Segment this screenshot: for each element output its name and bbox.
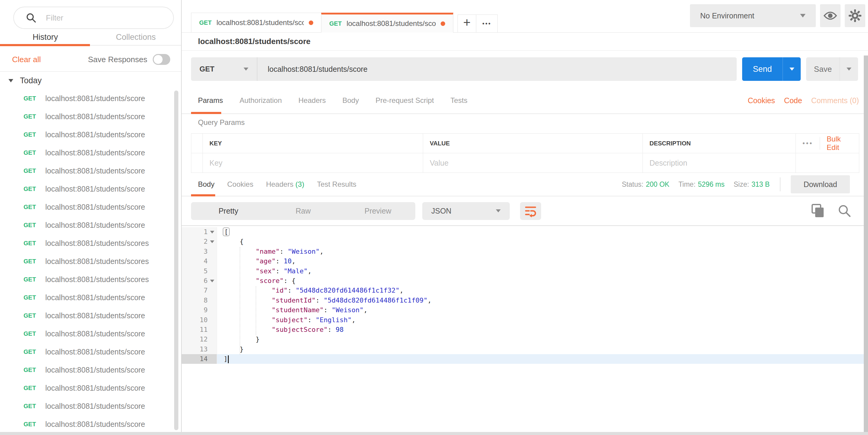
settings-button[interactable]: [845, 4, 865, 27]
history-item[interactable]: GETlocalhost:8081/students/score: [0, 143, 181, 162]
clear-all-link[interactable]: Clear all: [12, 55, 41, 64]
history-item[interactable]: GETlocalhost:8081/students/score: [0, 343, 181, 361]
line-number-gutter: 1: [182, 227, 217, 237]
horizontal-scrollbar[interactable]: [0, 432, 868, 435]
tab-params[interactable]: Params: [198, 96, 223, 105]
response-body-editor[interactable]: 1[2 {3 "name": "Weison",4 "age": 10,5 "s…: [182, 227, 868, 364]
fold-caret-icon[interactable]: [210, 231, 214, 233]
history-url: localhost:8081/students/score: [45, 329, 145, 338]
history-item[interactable]: GETlocalhost:8081/students/score: [0, 107, 181, 126]
environment-select[interactable]: No Environment: [690, 4, 816, 27]
collapse-caret-icon[interactable]: [8, 79, 13, 82]
key-input[interactable]: Key: [203, 153, 423, 172]
tab-history[interactable]: History: [0, 30, 91, 44]
history-item[interactable]: GETlocalhost:8081/students/score: [0, 397, 181, 415]
send-options-button[interactable]: [783, 57, 801, 81]
history-item[interactable]: GETlocalhost:8081/students/score: [0, 89, 181, 107]
more-options-icon[interactable]: •••: [803, 139, 820, 147]
new-tab-button[interactable]: +: [458, 14, 476, 33]
params-menu-cell: ••• Bulk Edit: [796, 134, 859, 153]
value-input[interactable]: Value: [423, 153, 643, 172]
history-item[interactable]: GETlocalhost:8081/students/score: [0, 289, 181, 306]
history-url: localhost:8081/students/scores: [45, 239, 149, 248]
view-raw[interactable]: Raw: [266, 202, 341, 220]
method-select[interactable]: GET: [191, 57, 257, 81]
format-select[interactable]: JSON: [422, 202, 510, 220]
url-input[interactable]: localhost:8081/students/score: [257, 57, 737, 81]
sidebar-scrollbar[interactable]: [174, 91, 178, 430]
search-response-icon[interactable]: [838, 204, 851, 218]
history-url: localhost:8081/students/score: [45, 94, 145, 103]
line-number: 14: [200, 354, 208, 364]
comments-link[interactable]: Comments (0): [811, 96, 859, 105]
filter-input[interactable]: Filter: [13, 7, 174, 29]
request-tab-1[interactable]: GET localhost:8081/students/scores: [191, 13, 321, 33]
history-item[interactable]: GETlocalhost:8081/students/score: [0, 415, 181, 433]
wrap-lines-button[interactable]: [520, 202, 541, 220]
history-group-today[interactable]: Today: [8, 75, 42, 86]
history-item[interactable]: GETlocalhost:8081/students/score: [0, 216, 181, 234]
save-responses-toggle[interactable]: [153, 54, 170, 65]
tab-response-headers[interactable]: Headers (3): [266, 180, 304, 189]
environment-quick-look-button[interactable]: [820, 4, 840, 27]
main-pane: GET localhost:8081/students/scores GET l…: [182, 0, 868, 435]
history-item[interactable]: GETlocalhost:8081/students/scores: [0, 234, 181, 252]
tab-response-cookies[interactable]: Cookies: [227, 180, 253, 189]
history-item[interactable]: GETlocalhost:8081/students/scores: [0, 252, 181, 270]
environment-value: No Environment: [700, 11, 754, 20]
size-label: Size:: [734, 180, 749, 189]
history-item[interactable]: GETlocalhost:8081/students/score: [0, 180, 181, 198]
save-button[interactable]: Save: [806, 57, 858, 81]
chevron-down-icon: [846, 68, 851, 71]
code-line: 10 "subject": "English",: [182, 315, 868, 325]
copy-icon[interactable]: [811, 204, 825, 218]
divider: [780, 177, 780, 191]
history-url: localhost:8081/students/score: [45, 203, 145, 211]
row-handle-cell: [191, 153, 203, 172]
tab-collections[interactable]: Collections: [91, 30, 181, 44]
tab-response-body[interactable]: Body: [198, 180, 215, 189]
window-scrollbar[interactable]: [864, 56, 868, 432]
query-params-table: KEY VALUE DESCRIPTION ••• Bulk Edit Key …: [191, 133, 859, 173]
fold-caret-icon[interactable]: [210, 280, 214, 282]
history-item[interactable]: GETlocalhost:8081/students/score: [0, 198, 181, 216]
method-badge: GET: [24, 384, 45, 392]
cookies-link[interactable]: Cookies: [748, 96, 775, 105]
history-item[interactable]: GETlocalhost:8081/students/score: [0, 306, 181, 325]
column-key: KEY: [203, 134, 423, 153]
send-button[interactable]: Send: [742, 57, 801, 81]
tab-body[interactable]: Body: [343, 96, 359, 105]
download-button[interactable]: Download: [791, 175, 850, 193]
indent-guide: [256, 286, 256, 335]
description-input[interactable]: Description: [643, 153, 796, 172]
send-label[interactable]: Send: [742, 57, 783, 81]
save-options-button[interactable]: [840, 57, 858, 81]
bulk-edit-link[interactable]: Bulk Edit: [820, 135, 854, 152]
code-link[interactable]: Code: [784, 96, 802, 105]
save-label[interactable]: Save: [806, 57, 840, 81]
fold-caret-icon[interactable]: [210, 240, 214, 243]
request-tab-strip: GET localhost:8081/students/scores GET l…: [191, 13, 498, 33]
history-item[interactable]: GETlocalhost:8081/students/scores: [0, 270, 181, 289]
history-item[interactable]: GETlocalhost:8081/students/score: [0, 162, 181, 180]
view-pretty[interactable]: Pretty: [191, 202, 266, 220]
tab-authorization[interactable]: Authorization: [240, 96, 282, 105]
tab-tests[interactable]: Tests: [451, 96, 467, 105]
more-tabs-button[interactable]: •••: [476, 14, 498, 33]
history-item[interactable]: GETlocalhost:8081/students/score: [0, 325, 181, 343]
line-number: 6: [204, 276, 208, 286]
tab-pre-request-script[interactable]: Pre-request Script: [375, 96, 434, 105]
code-line: 13 }: [182, 344, 868, 354]
request-tab-2-active[interactable]: GET localhost:8081/students/score: [321, 13, 453, 33]
history-item[interactable]: GETlocalhost:8081/students/score: [0, 361, 181, 379]
line-number-gutter: 2: [182, 237, 217, 246]
method-badge: GET: [24, 186, 45, 193]
view-preview[interactable]: Preview: [340, 202, 415, 220]
code-lines: 1[2 {3 "name": "Weison",4 "age": 10,5 "s…: [182, 227, 868, 364]
history-item[interactable]: GETlocalhost:8081/students/score: [0, 379, 181, 397]
divider: [0, 71, 181, 72]
history-item[interactable]: GETlocalhost:8081/students/score: [0, 126, 181, 143]
tab-test-results[interactable]: Test Results: [317, 180, 356, 189]
tab-headers[interactable]: Headers: [299, 96, 326, 105]
tab-title: localhost:8081/students/scores: [216, 19, 304, 27]
